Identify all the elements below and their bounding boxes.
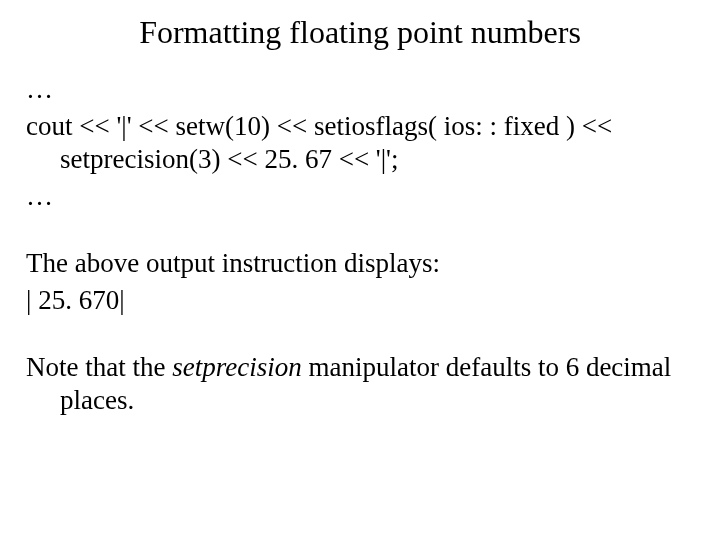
spacer-2 [26,321,694,351]
note-block: Note that the setprecision manipulator d… [26,351,694,417]
explain-block: The above output instruction displays: |… [26,247,694,317]
slide: Formatting floating point numbers … cout… [0,0,720,540]
note-em: setprecision [172,352,301,382]
code-line-1: … [26,73,694,106]
note-pre: Note that the [26,352,172,382]
output-line: | 25. 670| [26,284,694,317]
note-line: Note that the setprecision manipulator d… [26,351,694,417]
code-line-2: cout << '|' << setw(10) << setiosflags( … [26,110,694,176]
code-block: … cout << '|' << setw(10) << setiosflags… [26,73,694,213]
slide-title: Formatting floating point numbers [26,14,694,51]
explain-line-1: The above output instruction displays: [26,247,694,280]
spacer-1 [26,217,694,247]
code-line-3: … [26,180,694,213]
